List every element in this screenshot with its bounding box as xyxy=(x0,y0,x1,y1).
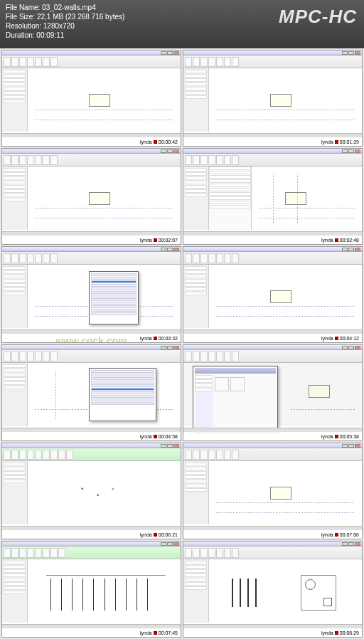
time-value: 00:00:42 xyxy=(159,139,178,144)
thumbnail[interactable]: lynda00:03:32 www.cgck.com xyxy=(1,246,181,343)
filesize-value: 22,1 MB (23 268 716 bytes) xyxy=(37,13,124,21)
record-icon xyxy=(335,631,338,635)
record-icon xyxy=(154,140,157,144)
close-icon xyxy=(173,51,179,55)
filename-label: File Name: xyxy=(6,4,40,11)
record-icon xyxy=(335,238,338,242)
media-info-header: File Name: 03_02-walls.mp4 File Size: 22… xyxy=(0,0,364,48)
thumbnail[interactable]: lynda00:04:12 xyxy=(183,246,363,343)
record-icon xyxy=(154,238,157,242)
legend-canvas xyxy=(28,559,181,623)
minimize-icon xyxy=(342,51,348,55)
timestamp-badge: lynda00:00:42 xyxy=(139,139,179,144)
ribbon-button xyxy=(4,57,11,67)
thumbnail[interactable]: lynda00:05:38 xyxy=(183,344,363,441)
thumbnail[interactable]: lynda00:04:58 xyxy=(1,344,181,441)
thumbnail[interactable]: lynda00:08:29 xyxy=(183,541,363,638)
ribbon-button xyxy=(19,57,26,67)
thumbnail[interactable]: lynda00:00:42 xyxy=(1,50,181,147)
watermark-text: www.cgck.com xyxy=(55,335,127,343)
minimize-icon xyxy=(161,51,166,55)
floor-plan-element xyxy=(89,94,110,107)
close-icon xyxy=(355,51,360,55)
duration-label: Duration: xyxy=(6,31,35,39)
project-browser xyxy=(2,68,28,132)
properties-panel xyxy=(209,167,252,230)
thumbnail[interactable]: lynda00:01:29 xyxy=(183,50,363,147)
thumbnail[interactable]: ⊕ ⊗ ◎ lynda00:06:21 xyxy=(1,443,181,539)
window-titlebar xyxy=(2,51,181,56)
record-icon xyxy=(335,533,338,537)
thumbnail[interactable]: lynda00:07:06 xyxy=(183,443,363,539)
ribbon-toolbar xyxy=(2,56,181,68)
record-icon xyxy=(335,435,338,438)
thumbnail[interactable]: lynda00:07:45 xyxy=(1,541,181,638)
type-selector-dropdown xyxy=(89,271,139,324)
drawing-canvas xyxy=(28,68,181,132)
status-bar xyxy=(2,133,181,137)
app-logo: MPC-HC xyxy=(279,6,357,28)
resolution-label: Resolution: xyxy=(6,22,41,30)
thumbnail[interactable]: lynda00:02:07 xyxy=(1,148,181,245)
resolution-value: 1280x720 xyxy=(43,22,75,30)
type-properties-dialog xyxy=(89,368,156,421)
ribbon-button xyxy=(35,57,42,67)
record-icon xyxy=(154,631,157,635)
ribbon-button xyxy=(11,57,18,67)
brand-label: lynda xyxy=(140,139,152,144)
ribbon-button xyxy=(27,57,34,67)
maximize-icon xyxy=(348,51,354,55)
record-icon xyxy=(335,140,338,144)
thumbnail[interactable]: lynda00:02:48 xyxy=(183,148,363,245)
record-icon xyxy=(335,337,338,340)
filename-value: 03_02-walls.mp4 xyxy=(42,4,96,11)
duration-value: 00:09:11 xyxy=(36,31,64,39)
window-controls xyxy=(161,51,179,55)
thumbnail-grid: lynda00:00:42 lynda00:01:29 lynda00:02:0… xyxy=(0,48,364,639)
filesize-label: File Size: xyxy=(6,13,35,21)
record-icon xyxy=(154,533,157,537)
ribbon-button xyxy=(43,57,50,67)
ribbon-button xyxy=(50,57,58,67)
detail-canvas xyxy=(209,559,362,623)
load-family-dialog xyxy=(193,366,278,430)
record-icon xyxy=(154,337,157,340)
record-icon xyxy=(154,435,157,438)
maximize-icon xyxy=(167,51,173,55)
